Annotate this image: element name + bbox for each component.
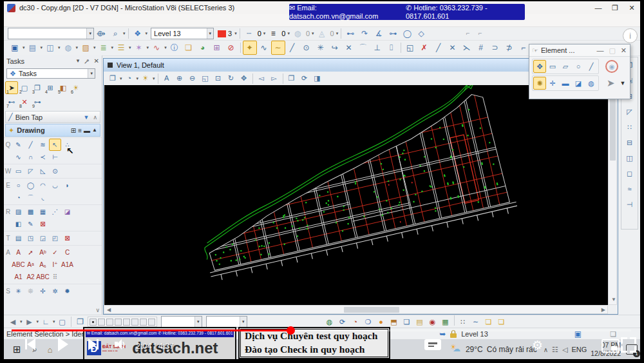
- dimension-task-icon[interactable]: ⊶9: [31, 95, 44, 108]
- place-quarter-ellipse-icon[interactable]: ◔: [12, 191, 24, 204]
- chevron-down-icon[interactable]: ▾: [234, 31, 237, 36]
- adjust-view-brightness-icon[interactable]: ☀: [139, 72, 152, 85]
- construct-points-between-icon[interactable]: ❊: [24, 285, 37, 295]
- delete-task-icon[interactable]: ✕8: [18, 95, 31, 108]
- gcadas-report-icon[interactable]: ▤: [413, 315, 426, 328]
- acs-plane-icon[interactable]: ∟: [39, 315, 52, 328]
- video-progress-handle[interactable]: [287, 326, 295, 335]
- block-selection-mode-icon[interactable]: ▭: [546, 60, 559, 73]
- place-regular-polygon-icon[interactable]: ⊙: [49, 165, 61, 177]
- edit-text-icon[interactable]: Aᵇ: [37, 246, 49, 259]
- start-button[interactable]: ⊞: [13, 344, 21, 355]
- active-level-combo[interactable]: Level 13 ▾: [151, 28, 214, 39]
- update-view-icon[interactable]: ⟳: [298, 72, 311, 85]
- snap-multi-icon[interactable]: ⌷: [384, 41, 399, 55]
- key-in-browser-icon[interactable]: ∷: [457, 315, 469, 328]
- place-smartline-icon[interactable]: ✎: [12, 139, 24, 151]
- chevron-down-icon[interactable]: ▾: [287, 31, 290, 36]
- language-indicator[interactable]: ENG: [571, 346, 587, 353]
- subtitles-button[interactable]: [424, 339, 441, 350]
- manipulate-task-icon[interactable]: ❐3: [31, 81, 44, 94]
- place-orthogonal-shape-icon[interactable]: ◺: [37, 165, 49, 177]
- align-elements-icon[interactable]: ◫: [623, 152, 636, 164]
- measure-length-icon[interactable]: ⊶: [386, 26, 400, 41]
- line-selection-mode-icon[interactable]: ╱: [585, 60, 598, 73]
- line-weight-icon[interactable]: ≡: [266, 26, 280, 41]
- view-menu-icon[interactable]: [108, 63, 113, 68]
- chevron-down-icon[interactable]: ▾: [120, 76, 122, 81]
- change-attributes-task-icon[interactable]: ◧5: [57, 81, 70, 94]
- groups-task-icon[interactable]: ☀6: [70, 81, 82, 94]
- scroll-up-icon[interactable]: ∧: [93, 114, 97, 121]
- chevron-down-icon[interactable]: ▾: [147, 45, 149, 50]
- element-selection-task-icon[interactable]: ➤1: [5, 81, 18, 94]
- element-information-icon[interactable]: ⓘ: [167, 41, 182, 55]
- construct-grid-icon[interactable]: #: [474, 41, 488, 55]
- new-selection-method-icon[interactable]: ✺: [533, 77, 546, 90]
- design-history-icon[interactable]: ∿: [149, 41, 164, 55]
- pan-view-icon[interactable]: ✥: [238, 72, 251, 85]
- miniplayer-button[interactable]: [601, 339, 620, 353]
- minimize-button[interactable]: —: [590, 2, 607, 14]
- tray-volume-icon[interactable]: ◁: [562, 346, 567, 354]
- add-to-selection-icon[interactable]: ✛: [546, 77, 559, 90]
- cells-icon[interactable]: ◍: [61, 41, 75, 55]
- gcadas-import-icon[interactable]: ⬒: [388, 315, 401, 328]
- panel-view-icon[interactable]: ▬: [84, 127, 90, 134]
- place-half-ellipse-icon[interactable]: ◗: [61, 179, 73, 191]
- place-line-icon[interactable]: ╱: [24, 139, 37, 151]
- bien-tap-section[interactable]: ╱ Bien Tap ▼ ∧: [5, 111, 100, 123]
- construct-intersection-icon[interactable]: ✕: [446, 41, 460, 55]
- view-toggle-5[interactable]: [123, 319, 130, 326]
- construct-bisector-icon[interactable]: ⊢: [49, 151, 61, 163]
- line-style-icon[interactable]: ┄: [242, 26, 256, 41]
- view-toggle-3[interactable]: [106, 319, 113, 326]
- place-active-point-icon[interactable]: ↖: [49, 139, 61, 151]
- view-previous-icon[interactable]: ◅: [255, 72, 268, 85]
- delete-fence-contents-icon[interactable]: ✗: [417, 41, 431, 55]
- place-block-icon[interactable]: ▭: [12, 165, 24, 177]
- text-a2-icon[interactable]: A2: [24, 271, 37, 283]
- circle-selection-mode-icon[interactable]: ○: [572, 60, 585, 73]
- saved-views-icon[interactable]: ≣: [97, 41, 111, 55]
- snap-bisector-icon[interactable]: ↪: [328, 41, 342, 55]
- gcadas-export-icon[interactable]: ❏: [401, 315, 413, 328]
- active-scale-combo[interactable]: ▾: [206, 316, 247, 328]
- text-dot-grid-icon[interactable]: ⠿: [49, 271, 61, 283]
- place-multiline-icon[interactable]: ≋: [37, 139, 49, 151]
- gcadas-map-online-icon[interactable]: ●: [375, 315, 388, 328]
- scroll-right-icon[interactable]: ▶: [601, 308, 605, 313]
- selection-pointer-mode-icon[interactable]: ✥: [533, 60, 546, 73]
- construct-angle-icon[interactable]: ⋋: [460, 41, 474, 55]
- chevron-down-icon[interactable]: ▾: [194, 317, 202, 327]
- link-element-icon[interactable]: ∼: [469, 315, 482, 328]
- chevron-down-icon[interactable]: ▾: [76, 45, 79, 50]
- fence-task-icon[interactable]: ▢2: [18, 81, 31, 94]
- place-arc-edge-icon[interactable]: ◡: [49, 179, 61, 191]
- collapse-icon[interactable]: ▲: [92, 127, 97, 134]
- chevron-down-icon[interactable]: ▾: [111, 45, 114, 50]
- place-ellipse-icon[interactable]: ◯: [24, 179, 37, 191]
- navigate-forward-icon[interactable]: ▶: [23, 315, 36, 328]
- pattern-region-icon[interactable]: ◪: [61, 206, 73, 218]
- view-display-style-icon[interactable]: ◔: [123, 72, 136, 85]
- mirror-element-icon[interactable]: ∷: [623, 121, 636, 133]
- rotate-view-icon[interactable]: ↻: [225, 72, 238, 85]
- vertical-scrollbar[interactable]: ▲ ▼: [608, 85, 617, 305]
- active-element-template-icon[interactable]: ❖: [131, 26, 145, 41]
- gcadas-browse-icon[interactable]: ◔: [349, 315, 362, 328]
- rotate-element-icon[interactable]: ◸: [623, 105, 636, 118]
- view-toggle-2[interactable]: [98, 319, 105, 326]
- pin-icon[interactable]: ⊸: [82, 56, 92, 66]
- view-toggle-1[interactable]: [90, 319, 97, 326]
- chevron-down-icon[interactable]: ▾: [263, 31, 266, 36]
- view-pin-icon[interactable]: A: [160, 72, 173, 85]
- trim-to-element-icon[interactable]: ⊃: [488, 41, 502, 55]
- video-info-icon[interactable]: i: [623, 28, 638, 43]
- navigate-back-icon[interactable]: ◀: [6, 315, 19, 328]
- chevron-down-icon[interactable]: ▾: [240, 317, 247, 327]
- message-center-icon[interactable]: ❏: [182, 41, 196, 55]
- change-pattern-icon[interactable]: ✎: [24, 218, 37, 230]
- copy-view-icon[interactable]: ❐: [285, 72, 298, 85]
- active-model-combo[interactable]: ▾: [161, 316, 202, 328]
